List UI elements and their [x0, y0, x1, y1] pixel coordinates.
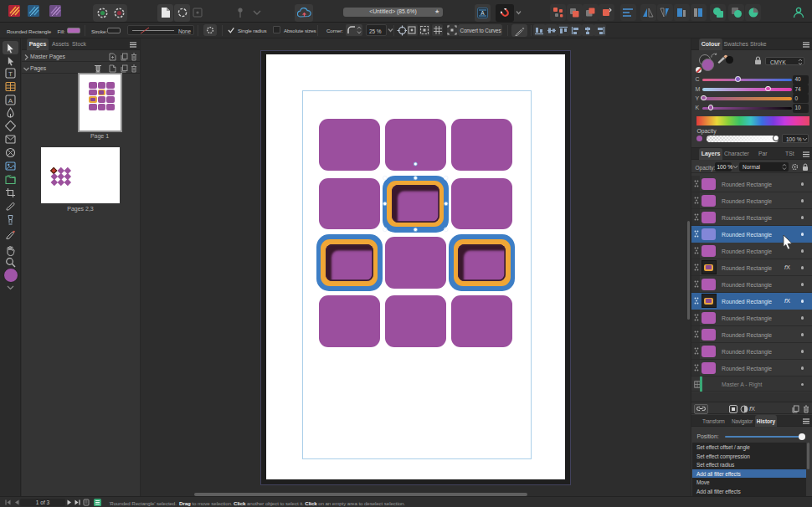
svg-text:T: T	[8, 70, 13, 78]
svg-text:A: A	[481, 10, 485, 16]
svg-text:A: A	[8, 97, 13, 105]
